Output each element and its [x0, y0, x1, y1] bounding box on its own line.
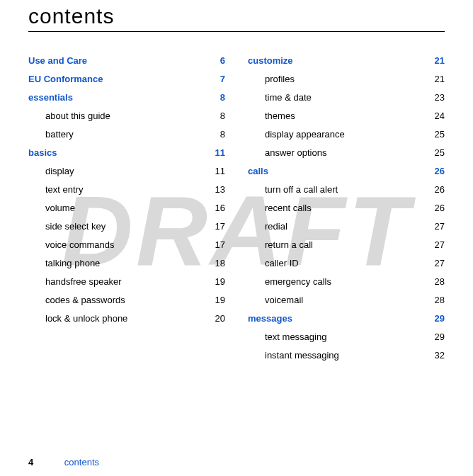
toc-section[interactable]: messages29	[248, 310, 445, 328]
toc-label: messages	[248, 310, 292, 328]
toc-label: redial	[265, 217, 287, 236]
toc-leader	[73, 91, 208, 101]
toc-page-number: 26	[428, 199, 445, 217]
toc-label: about this guide	[45, 107, 110, 125]
toc-subitem[interactable]: caller ID27	[248, 254, 445, 273]
toc-leader	[125, 294, 208, 303]
toc-page-number: 27	[428, 217, 445, 236]
toc-label: voicemail	[265, 291, 303, 310]
toc-leader	[303, 294, 428, 303]
toc-label: handsfree speaker	[45, 273, 122, 291]
toc-label: time & date	[265, 89, 312, 107]
toc-page-number: 25	[428, 144, 445, 162]
toc-leader	[299, 257, 428, 266]
toc-page-number: 32	[428, 346, 445, 365]
toc-subitem[interactable]: answer options25	[248, 144, 445, 162]
toc-leader	[100, 257, 208, 266]
toc-label: emergency calls	[265, 273, 331, 291]
toc-subitem[interactable]: display appearance25	[248, 125, 445, 144]
toc-page-number: 11	[208, 144, 225, 162]
toc-subitem[interactable]: redial27	[248, 217, 445, 236]
toc-page-number: 19	[208, 291, 225, 310]
toc-subitem[interactable]: profiles21	[248, 70, 445, 89]
toc-subitem[interactable]: voicemail28	[248, 291, 445, 310]
toc-leader	[122, 276, 208, 285]
toc-section[interactable]: Use and Care6	[28, 52, 225, 70]
toc-subitem[interactable]: text entry13	[28, 181, 225, 199]
toc-page-number: 18	[208, 254, 225, 273]
toc-subitem[interactable]: emergency calls28	[248, 273, 445, 291]
toc-subitem[interactable]: about this guide8	[28, 107, 225, 125]
page-number: 4	[28, 457, 33, 468]
toc-section[interactable]: essentials8	[28, 89, 225, 107]
toc-page-number: 11	[208, 162, 225, 181]
toc-page-number: 28	[428, 291, 445, 310]
toc-leader	[75, 202, 208, 211]
toc-leader	[292, 312, 428, 322]
toc-label: instant messaging	[265, 346, 339, 365]
toc-section[interactable]: EU Conformance7	[28, 70, 225, 89]
toc-subitem[interactable]: text messaging29	[248, 328, 445, 346]
toc-subitem[interactable]: codes & passwords19	[28, 291, 225, 310]
toc-page-number: 16	[208, 199, 225, 217]
toc-subitem[interactable]: turn off a call alert26	[248, 181, 445, 199]
toc-label: calls	[248, 162, 268, 181]
toc-subitem[interactable]: volume16	[28, 199, 225, 217]
toc-leader	[103, 73, 208, 82]
toc-label: answer options	[265, 144, 326, 162]
toc-label: side select key	[45, 217, 106, 236]
toc-column-left: Use and Care6EU Conformance7essentials8a…	[28, 52, 225, 365]
toc-page-number: 8	[208, 89, 225, 107]
toc-subitem[interactable]: return a call27	[248, 236, 445, 254]
toc-page-number: 8	[208, 125, 225, 144]
toc-leader	[312, 91, 428, 101]
toc-columns: Use and Care6EU Conformance7essentials8a…	[28, 52, 445, 365]
toc-label: return a call	[265, 236, 313, 254]
toc-section[interactable]: customize21	[248, 52, 445, 70]
toc-leader	[326, 331, 428, 340]
toc-leader	[127, 312, 208, 322]
toc-subitem[interactable]: talking phone18	[28, 254, 225, 273]
toc-label: customize	[248, 52, 293, 70]
toc-subitem[interactable]: themes24	[248, 107, 445, 125]
toc-subitem[interactable]: handsfree speaker19	[28, 273, 225, 291]
toc-label: talking phone	[45, 254, 100, 273]
toc-subitem[interactable]: voice commands17	[28, 236, 225, 254]
toc-page-number: 29	[428, 328, 445, 346]
toc-subitem[interactable]: display11	[28, 162, 225, 181]
toc-subitem[interactable]: time & date23	[248, 89, 445, 107]
toc-leader	[313, 239, 428, 248]
toc-page-number: 26	[428, 181, 445, 199]
toc-subitem[interactable]: battery8	[28, 125, 225, 144]
toc-page-number: 23	[428, 89, 445, 107]
toc-section[interactable]: calls26	[248, 162, 445, 181]
toc-page-number: 25	[428, 125, 445, 144]
toc-label: turn off a call alert	[265, 181, 338, 199]
toc-leader	[326, 147, 428, 156]
toc-page-number: 27	[428, 236, 445, 254]
toc-leader	[74, 128, 208, 137]
toc-leader	[331, 276, 428, 285]
toc-subitem[interactable]: lock & unlock phone20	[28, 310, 225, 328]
toc-leader	[57, 147, 208, 156]
toc-label: volume	[45, 199, 75, 217]
toc-leader	[295, 73, 428, 82]
toc-page-number: 8	[208, 107, 225, 125]
toc-label: text messaging	[265, 328, 326, 346]
toc-subitem[interactable]: instant messaging32	[248, 346, 445, 365]
toc-leader	[287, 220, 428, 230]
toc-label: EU Conformance	[28, 70, 103, 89]
toc-leader	[115, 239, 208, 248]
toc-leader	[87, 55, 208, 64]
toc-subitem[interactable]: side select key17	[28, 217, 225, 236]
toc-subitem[interactable]: recent calls26	[248, 199, 445, 217]
toc-label: caller ID	[265, 254, 299, 273]
toc-leader	[74, 165, 208, 174]
toc-section[interactable]: basics11	[28, 144, 225, 162]
toc-label: Use and Care	[28, 52, 87, 70]
toc-leader	[83, 183, 208, 193]
toc-page-number: 21	[428, 70, 445, 89]
toc-label: display	[45, 162, 74, 181]
page-footer: 4 contents	[28, 457, 99, 468]
toc-label: basics	[28, 144, 57, 162]
